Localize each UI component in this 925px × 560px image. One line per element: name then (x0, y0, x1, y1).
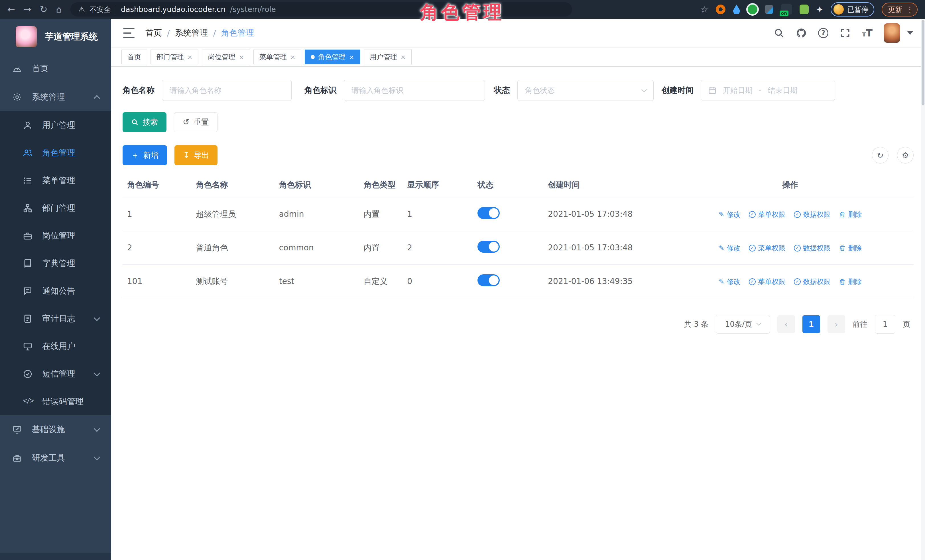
tab-posts[interactable]: 岗位管理× (202, 50, 250, 65)
role-key-input[interactable] (344, 80, 485, 101)
search-icon[interactable] (774, 28, 785, 39)
fullscreen-icon[interactable] (840, 28, 851, 39)
sidebar-item-notices[interactable]: 通知公告 (0, 277, 111, 305)
profile-caret-icon[interactable] (907, 32, 913, 35)
extension-green-icon[interactable] (748, 5, 758, 14)
tab-departments[interactable]: 部门管理× (151, 50, 198, 65)
close-icon[interactable]: × (349, 54, 354, 61)
sidebar-item-label: 审计日志 (42, 313, 75, 324)
delete-link[interactable]: 删除 (839, 243, 862, 253)
avatar[interactable] (884, 23, 900, 43)
back-icon[interactable]: ← (8, 5, 15, 14)
scrollbar-thumb[interactable] (922, 20, 924, 105)
status-select[interactable]: 角色状态 (517, 80, 654, 101)
pencil-icon: ✎ (719, 278, 724, 286)
page-size-select[interactable]: 10条/页 (716, 315, 770, 333)
sidebar-item-label: 系统管理 (32, 92, 65, 103)
people-icon (23, 148, 33, 158)
status-toggle-on[interactable] (478, 274, 500, 286)
edit-link[interactable]: ✎修改 (719, 277, 740, 286)
chevron-down-icon (94, 314, 100, 321)
sidebar-item-label: 通知公告 (42, 285, 75, 297)
hamburger-icon[interactable] (123, 28, 134, 38)
edit-link[interactable]: ✎修改 (719, 210, 740, 219)
top-navbar: 首页 / 系统管理 / 角色管理 ? TT (111, 19, 925, 47)
extension-orange-icon[interactable] (716, 5, 725, 14)
github-icon[interactable] (796, 28, 807, 39)
column-settings-button[interactable]: ⚙ (897, 147, 914, 164)
breadcrumb-system[interactable]: 系统管理 (175, 27, 208, 39)
profile-paused-pill[interactable]: 已暂停 (831, 2, 874, 17)
chevron-down-icon (94, 454, 100, 461)
font-size-icon[interactable]: TT (862, 27, 872, 39)
tab-label: 部门管理 (157, 53, 184, 62)
close-icon[interactable]: × (187, 54, 193, 61)
forward-icon[interactable]: → (24, 5, 32, 14)
extensions-puzzle-icon[interactable]: ✦ (816, 5, 823, 15)
refresh-icon: ↺ (183, 118, 189, 126)
add-button[interactable]: ＋ 新增 (123, 145, 167, 165)
extension-monster-icon[interactable] (800, 5, 809, 14)
export-button[interactable]: ↧ 导出 (175, 145, 217, 165)
sidebar-logo[interactable]: 芋道管理系统 (0, 19, 111, 54)
sidebar-item-error-codes[interactable]: </> 错误码管理 (0, 388, 111, 415)
edit-link[interactable]: ✎修改 (719, 243, 740, 253)
reset-button[interactable]: ↺ 重置 (174, 112, 217, 132)
prev-page-button[interactable]: ‹ (777, 315, 795, 333)
sidebar-item-departments[interactable]: 部门管理 (0, 194, 111, 222)
refresh-table-button[interactable]: ↻ (872, 147, 889, 164)
sidebar-item-users[interactable]: 用户管理 (0, 111, 111, 139)
menu-permission-link[interactable]: ✓菜单权限 (749, 210, 785, 219)
search-button[interactable]: 搜索 (123, 112, 166, 132)
not-secure-warning-icon: ⚠ (78, 5, 85, 14)
status-toggle-on[interactable] (478, 207, 500, 219)
tab-menus[interactable]: 菜单管理× (253, 50, 301, 65)
sidebar-item-sms[interactable]: 短信管理 (0, 360, 111, 388)
sidebar-item-dev-tools[interactable]: 研发工具 (0, 444, 111, 472)
goto-page-input[interactable] (875, 315, 895, 333)
date-range-picker[interactable]: 开始日期 - 结束日期 (701, 80, 835, 101)
sidebar-item-home[interactable]: 首页 (0, 54, 111, 83)
sidebar-item-online-users[interactable]: 在线用户 (0, 332, 111, 360)
close-icon[interactable]: × (401, 54, 406, 61)
role-name-input[interactable] (162, 80, 292, 101)
sidebar-item-menus[interactable]: 菜单管理 (0, 167, 111, 194)
data-permission-link[interactable]: ✓数据权限 (794, 243, 830, 253)
breadcrumb-home[interactable]: 首页 (145, 27, 162, 39)
sidebar-item-system[interactable]: 系统管理 (0, 83, 111, 111)
sidebar-item-audit-logs[interactable]: 审计日志 (0, 305, 111, 332)
page-scrollbar[interactable] (921, 19, 925, 560)
sidebar-item-label: 字典管理 (42, 258, 75, 269)
menu-permission-link[interactable]: ✓菜单权限 (749, 277, 785, 286)
delete-link[interactable]: 删除 (839, 210, 862, 219)
close-icon[interactable]: × (290, 54, 295, 61)
extension-drop-icon[interactable] (733, 5, 740, 14)
export-button-label: 导出 (194, 150, 209, 161)
url-host: dashboard.yudao.iocoder.cn (121, 5, 226, 14)
tab-users[interactable]: 用户管理× (364, 50, 411, 65)
browser-update-button[interactable]: 更新 ⋮ (882, 3, 917, 17)
tab-home[interactable]: 首页 (121, 50, 147, 65)
page-1-button[interactable]: 1 (802, 315, 820, 333)
extension-grid-icon[interactable] (765, 5, 773, 14)
reload-icon[interactable]: ↻ (40, 5, 48, 14)
browser-menu-icon[interactable]: ⋮ (906, 5, 914, 14)
extension-switch-icon[interactable]: on (781, 4, 792, 15)
sidebar-item-posts[interactable]: 岗位管理 (0, 222, 111, 249)
range-separator: - (759, 86, 761, 95)
toolbox-icon (12, 453, 22, 463)
menu-permission-link[interactable]: ✓菜单权限 (749, 243, 785, 253)
data-permission-link[interactable]: ✓数据权限 (794, 210, 830, 219)
data-permission-link[interactable]: ✓数据权限 (794, 277, 830, 286)
delete-link[interactable]: 删除 (839, 277, 862, 286)
close-icon[interactable]: × (239, 54, 244, 61)
status-toggle-on[interactable] (478, 241, 500, 253)
sidebar-item-infrastructure[interactable]: 基础设施 (0, 415, 111, 444)
tab-roles-active[interactable]: 角色管理× (305, 50, 360, 65)
help-icon[interactable]: ? (818, 28, 829, 38)
bookmark-star-icon[interactable]: ☆ (700, 5, 708, 14)
sidebar-item-dictionary[interactable]: 字典管理 (0, 249, 111, 277)
next-page-button[interactable]: › (827, 315, 845, 333)
sidebar-item-roles[interactable]: 角色管理 (0, 139, 111, 167)
home-icon[interactable]: ⌂ (56, 5, 62, 14)
